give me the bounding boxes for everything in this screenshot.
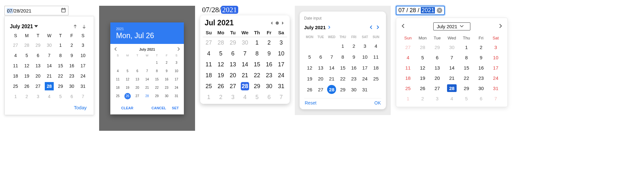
day-cell[interactable]: 14 — [142, 75, 152, 84]
day-cell[interactable]: 5 — [123, 67, 133, 75]
next-month-button[interactable] — [499, 24, 503, 29]
day-cell-selected[interactable]: 28 — [326, 84, 337, 95]
day-cell[interactable]: 25 — [10, 81, 21, 91]
day-cell[interactable]: 2 — [348, 40, 359, 51]
day-cell[interactable]: 3 — [171, 59, 181, 67]
day-cell[interactable]: 17 — [275, 59, 287, 70]
day-cell[interactable]: 14 — [444, 63, 459, 73]
day-cell[interactable]: 30 — [43, 40, 55, 50]
day-cell[interactable]: 11 — [401, 63, 415, 73]
day-cell[interactable]: 16 — [66, 61, 77, 71]
day-cell[interactable]: 1 — [459, 42, 474, 52]
day-cell[interactable]: 20 — [132, 84, 142, 92]
day-cell[interactable]: 21 — [326, 73, 337, 84]
next-month-button[interactable] — [80, 22, 89, 31]
day-cell[interactable]: 23 — [263, 70, 275, 81]
day-cell[interactable]: 30 — [263, 81, 275, 92]
day-cell[interactable]: 18 — [113, 84, 123, 92]
day-cell[interactable]: 21 — [142, 84, 152, 92]
day-cell[interactable]: 31 — [171, 92, 181, 100]
day-cell[interactable]: 1 — [152, 59, 162, 67]
day-cell[interactable]: 16 — [162, 75, 172, 84]
prev-month-button[interactable] — [114, 46, 117, 52]
day-cell[interactable]: 16 — [263, 59, 275, 70]
day-cell[interactable]: 13 — [315, 62, 326, 73]
day-cell[interactable]: 24 — [488, 73, 503, 83]
day-cell[interactable]: 11 — [203, 59, 215, 70]
day-cell[interactable]: 29 — [32, 40, 43, 50]
day-cell[interactable]: 17 — [77, 61, 89, 71]
day-cell[interactable]: 9 — [348, 51, 359, 62]
day-cell[interactable]: 6 — [315, 51, 326, 62]
day-cell[interactable]: 18 — [370, 62, 381, 73]
day-cell[interactable]: 7 — [43, 50, 55, 61]
day-cell[interactable]: 22 — [251, 70, 263, 81]
day-cell[interactable]: 21 — [239, 70, 251, 81]
day-cell[interactable]: 8 — [251, 48, 263, 59]
day-cell[interactable]: 28 — [215, 37, 227, 48]
day-cell[interactable]: 10 — [275, 48, 287, 59]
day-cell[interactable]: 14 — [326, 62, 337, 73]
day-cell[interactable]: 29 — [251, 81, 263, 92]
day-cell[interactable]: 3 — [488, 42, 503, 52]
day-cell[interactable]: 18 — [10, 71, 21, 81]
day-cell[interactable]: 24 — [359, 73, 371, 84]
day-cell[interactable]: 20 — [32, 71, 43, 81]
day-cell[interactable]: 24 — [77, 71, 89, 81]
day-cell[interactable]: 17 — [359, 62, 371, 73]
day-cell[interactable]: 3 — [32, 91, 43, 102]
day-cell[interactable]: 7 — [77, 91, 89, 102]
day-cell[interactable]: 15 — [251, 59, 263, 70]
next-month-button[interactable] — [280, 20, 286, 26]
chevron-down-icon[interactable] — [33, 24, 38, 29]
day-cell[interactable]: 26 — [21, 81, 32, 91]
ok-button[interactable]: OK — [374, 100, 381, 105]
date-input[interactable]: 07/28/2021 — [202, 6, 290, 14]
day-cell-selected[interactable]: 28 — [43, 81, 55, 91]
day-cell[interactable]: 31 — [488, 83, 503, 93]
day-cell[interactable]: 18 — [203, 70, 215, 81]
day-cell[interactable]: 28 — [415, 42, 430, 52]
day-cell[interactable]: 2 — [474, 42, 489, 52]
day-cell[interactable]: 24 — [275, 70, 287, 81]
day-cell[interactable]: 30 — [444, 42, 459, 52]
day-cell[interactable]: 25 — [203, 81, 215, 92]
day-cell[interactable]: 7 — [239, 48, 251, 59]
prev-month-button[interactable] — [269, 20, 274, 26]
day-cell[interactable]: 27 — [401, 42, 415, 52]
day-cell[interactable]: 6 — [430, 52, 444, 63]
day-cell[interactable]: 20 — [430, 73, 444, 83]
date-input[interactable]: 07 / 28 / 2021 ✕ — [396, 6, 445, 15]
day-cell[interactable]: 6 — [132, 67, 142, 75]
day-cell[interactable]: 2 — [215, 92, 227, 103]
day-cell[interactable]: 5 — [55, 91, 66, 102]
chevron-right-icon[interactable] — [328, 24, 331, 30]
day-cell[interactable]: 15 — [337, 62, 349, 73]
date-input[interactable]: 07/28/2021 — [4, 6, 68, 15]
day-cell[interactable]: 23 — [474, 73, 489, 83]
day-cell[interactable]: 22 — [459, 73, 474, 83]
day-cell[interactable]: 29 — [337, 84, 349, 95]
day-cell[interactable]: 10 — [77, 50, 89, 61]
day-cell[interactable]: 6 — [263, 92, 275, 103]
day-cell[interactable]: 9 — [66, 50, 77, 61]
day-cell[interactable]: 6 — [227, 48, 239, 59]
hero-date[interactable]: Mon, Jul 26 — [116, 31, 178, 40]
day-cell[interactable]: 28 — [21, 40, 32, 50]
day-cell[interactable]: 5 — [304, 51, 315, 62]
day-cell[interactable]: 22 — [152, 84, 162, 92]
day-cell[interactable]: 12 — [215, 59, 227, 70]
day-cell[interactable]: 4 — [239, 92, 251, 103]
day-cell[interactable]: 4 — [43, 91, 55, 102]
day-cell[interactable]: 24 — [171, 84, 181, 92]
day-cell[interactable]: 31 — [77, 81, 89, 91]
day-cell[interactable]: 18 — [401, 73, 415, 83]
day-cell[interactable]: 19 — [215, 70, 227, 81]
day-cell[interactable]: 27 — [32, 81, 43, 91]
day-cell[interactable]: 12 — [415, 63, 430, 73]
day-cell[interactable]: 10 — [359, 51, 371, 62]
month-year-button[interactable]: July 2021 — [10, 24, 33, 29]
day-cell[interactable]: 4 — [203, 48, 215, 59]
day-cell[interactable]: 3 — [227, 92, 239, 103]
day-cell[interactable]: 30 — [239, 37, 251, 48]
